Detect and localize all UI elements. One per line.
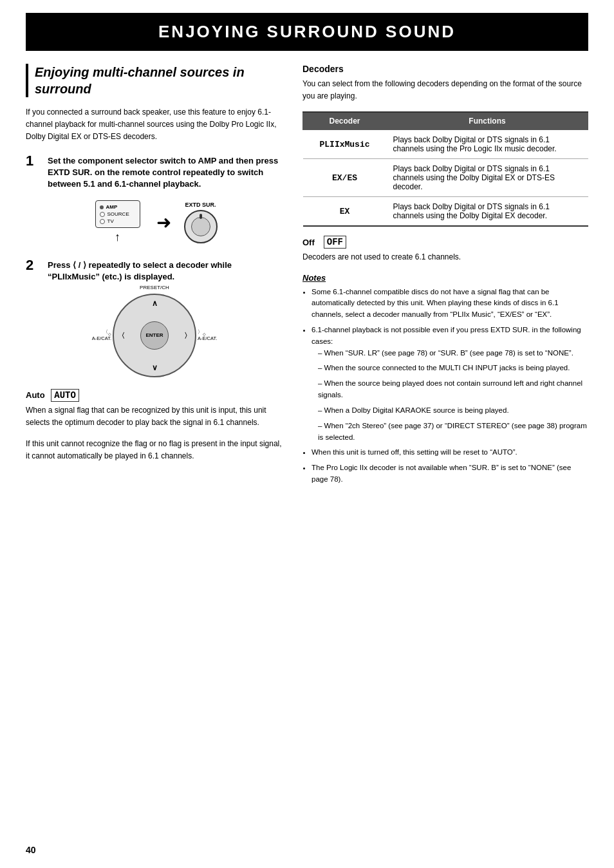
- table-col2-header: Functions: [387, 112, 588, 130]
- nav-pad-container: 〈◇A-E/CAT. ∧ ∨ 〈 〉 ENTER 〉◇A-E/CAT.: [113, 294, 196, 377]
- right-sub: ◇: [203, 331, 206, 335]
- decoders-intro: You can select from the following decode…: [302, 78, 588, 102]
- decoder-function: Plays back Dolby Digital or DTS signals …: [387, 130, 588, 159]
- up-arrow-icon: ↑: [115, 231, 120, 244]
- selector-amp: AMP: [100, 203, 136, 211]
- step-2-text: Press ⟨ / ⟩ repeatedly to select a decod…: [48, 257, 283, 283]
- notes-sub-item: When “SUR. LR” (see page 78) or “SUR. B”…: [318, 348, 588, 359]
- amp-label: AMP: [106, 204, 118, 210]
- auto-mono-label: AUTO: [51, 389, 79, 402]
- auto-text2: If this unit cannot recognize the flag o…: [26, 438, 283, 462]
- selector-switch-diagram: AMP SOURCE TV ↑: [92, 200, 144, 244]
- decoder-name: PLIIxMusic: [303, 130, 387, 159]
- intro-text: If you connected a surround back speaker…: [26, 106, 283, 144]
- nav-left-icon: 〈: [118, 330, 125, 340]
- selector-circle-source: [100, 212, 105, 217]
- nav-down-icon: ∨: [152, 363, 158, 372]
- notes-title: Notes: [302, 273, 588, 283]
- nav-pad-wrapper: PRESET/CH 〈◇A-E/CAT. ∧ ∨ 〈 〉 ENTER: [97, 294, 212, 377]
- right-column: Decoders You can select from the followi…: [302, 64, 588, 489]
- selector-dot-amp: [100, 205, 104, 209]
- decoder-name: EX: [303, 197, 387, 227]
- left-bracket: 〈: [103, 329, 108, 335]
- step-1: 1 Set the component selector switch to A…: [26, 153, 283, 191]
- decoder-name: EX/ES: [303, 159, 387, 197]
- notes-sub-item: When a Dolby Digital KARAOKE source is b…: [318, 405, 588, 417]
- nav-left-label: 〈◇A-E/CAT.: [79, 329, 111, 342]
- two-column-layout: Enjoying multi-channel sources in surrou…: [26, 64, 588, 489]
- extd-sur-dial: EXTD SUR.: [184, 202, 218, 243]
- notes-list: Some 6.1-channel compatible discs do not…: [302, 287, 588, 486]
- nav-right-label: 〉◇A-E/CAT.: [198, 329, 230, 342]
- selector-tv: TV: [100, 218, 136, 225]
- preset-ch-label: PRESET/CH: [140, 285, 169, 290]
- off-label: Off: [302, 238, 315, 247]
- section-italic-title: Enjoying multi-channel sources in surrou…: [26, 64, 283, 97]
- step-1-number: 1: [26, 153, 40, 191]
- table-row: EX/ESPlays back Dolby Digital or DTS sig…: [303, 159, 588, 197]
- diagram-step1: AMP SOURCE TV ↑ ➜: [26, 200, 283, 244]
- decoder-table: Decoder Functions PLIIxMusicPlays back D…: [302, 111, 588, 227]
- nav-pad-outer: ∧ ∨ 〈 〉 ENTER: [113, 294, 196, 377]
- notes-list-item: The Pro Logic IIx decoder is not availab…: [312, 462, 588, 486]
- notes-sub-item: When the source connected to the MULTI C…: [318, 363, 588, 374]
- notes-sub-item: When “2ch Stereo” (see page 37) or “DIRE…: [318, 420, 588, 444]
- step-1-text: Set the component selector switch to AMP…: [48, 153, 283, 191]
- tv-label: TV: [107, 218, 114, 224]
- right-arrow-icon: ➜: [156, 212, 171, 233]
- auto-text1: When a signal flag that can be recognize…: [26, 404, 283, 429]
- decoder-function: Plays back Dolby Digital or DTS signals …: [387, 159, 588, 197]
- extd-label: EXTD SUR.: [185, 202, 216, 208]
- dial-inner: [191, 217, 210, 236]
- notes-list-item: 6.1-channel playback is not possible eve…: [312, 325, 588, 443]
- off-text: Decoders are not used to create 6.1 chan…: [302, 251, 588, 263]
- selector-source: SOURCE: [100, 211, 136, 218]
- decoder-function: Plays back Dolby Digital or DTS signals …: [387, 197, 588, 227]
- table-col1-header: Decoder: [303, 112, 387, 130]
- step-2-number: 2: [26, 257, 40, 283]
- nav-right-icon: 〉: [184, 330, 191, 340]
- nav-pad-area: PRESET/CH 〈◇A-E/CAT. ∧ ∨ 〈 〉 ENTER: [26, 294, 283, 377]
- auto-section: Auto AUTO When a signal flag that can be…: [26, 389, 283, 463]
- notes-list-item: Some 6.1-channel compatible discs do not…: [312, 287, 588, 321]
- dial-icon: [184, 210, 218, 243]
- auto-heading: Auto AUTO: [26, 389, 283, 402]
- table-row: EXPlays back Dolby Digital or DTS signal…: [303, 197, 588, 227]
- left-column: Enjoying multi-channel sources in surrou…: [26, 64, 283, 489]
- dial-notch: [200, 214, 202, 219]
- page: ENJOYING SURROUND SOUND Enjoying multi-c…: [0, 0, 614, 868]
- left-sub: ◇: [108, 331, 111, 335]
- step-2: 2 Press ⟨ / ⟩ repeatedly to select a dec…: [26, 257, 283, 283]
- main-title: ENJOYING SURROUND SOUND: [26, 13, 588, 51]
- selector-box: AMP SOURCE TV: [95, 200, 140, 228]
- notes-sub-item: When the source being played does not co…: [318, 378, 588, 401]
- off-mono: OFF: [324, 236, 346, 249]
- source-label: SOURCE: [107, 211, 129, 217]
- decoders-heading: Decoders: [302, 64, 588, 74]
- nav-enter-button: ENTER: [140, 321, 169, 350]
- notes-list-item: When this unit is turned off, this setti…: [312, 447, 588, 458]
- off-section: Off OFF: [302, 236, 588, 249]
- selector-circle-tv: [100, 219, 105, 224]
- nav-up-icon: ∧: [152, 299, 158, 308]
- table-row: PLIIxMusicPlays back Dolby Digital or DT…: [303, 130, 588, 159]
- notes-sub-list: When “SUR. LR” (see page 78) or “SUR. B”…: [312, 348, 588, 444]
- auto-heading-text: Auto: [26, 390, 45, 400]
- page-number: 40: [26, 845, 36, 855]
